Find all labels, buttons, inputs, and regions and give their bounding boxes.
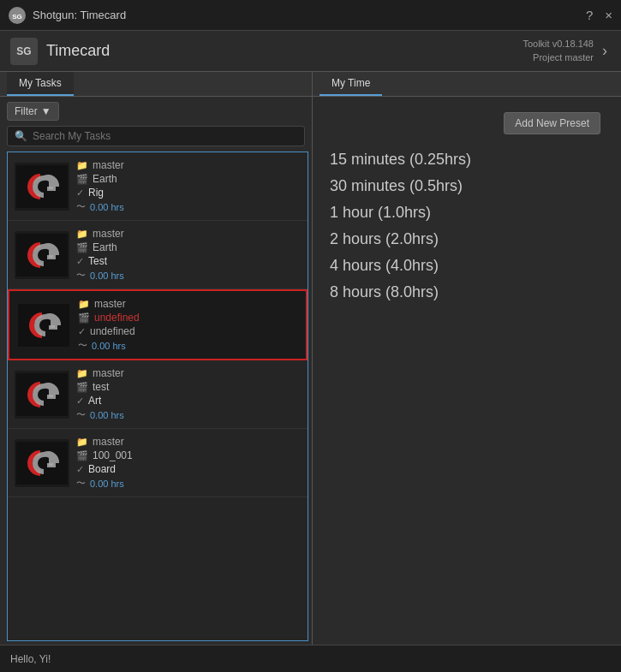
scene-icon: 🎬 xyxy=(76,450,88,461)
folder-icon: 📁 xyxy=(78,299,90,310)
task-details: 📁 master 🎬 undefined ✓ undefined 〜 0.00 … xyxy=(78,298,299,352)
task-name: Board xyxy=(88,463,116,475)
folder-icon: 📁 xyxy=(76,229,88,240)
svg-rect-2 xyxy=(16,165,68,208)
svg-rect-9 xyxy=(47,395,56,399)
app-header-right: Toolkit v0.18.148 Project master › xyxy=(522,38,611,64)
task-thumbnail xyxy=(15,231,69,279)
app-header: SG Timecard Toolkit v0.18.148 Project ma… xyxy=(0,31,621,72)
task-name: Art xyxy=(88,395,101,407)
time-preset-item[interactable]: 8 hours (8.0hrs) xyxy=(330,281,604,304)
task-name: Rig xyxy=(88,187,104,199)
task-thumbnail xyxy=(15,371,69,419)
task-scene: Earth xyxy=(93,173,117,185)
task-hours: 0.00 hrs xyxy=(90,410,124,420)
task-scene: undefined xyxy=(94,312,140,324)
task-name: undefined xyxy=(90,325,135,337)
app-icon: SG xyxy=(9,7,26,24)
task-item[interactable]: 📁 master 🎬 undefined ✓ undefined 〜 0.00 … xyxy=(8,289,308,360)
check-icon: ✓ xyxy=(76,395,84,407)
scene-icon: 🎬 xyxy=(76,174,88,185)
scene-icon: 🎬 xyxy=(76,382,88,393)
check-icon: ✓ xyxy=(76,464,84,475)
task-list[interactable]: 📁 master 🎬 Earth ✓ Rig 〜 0.00 hrs xyxy=(7,152,308,641)
task-item[interactable]: 📁 master 🎬 100_001 ✓ Board 〜 0.00 hrs xyxy=(8,429,308,497)
app-header-left: SG Timecard xyxy=(10,38,110,65)
task-details: 📁 master 🎬 Earth ✓ Test 〜 0.00 hrs xyxy=(76,228,301,282)
time-preset-item[interactable]: 15 minutes (0.25hrs) xyxy=(330,148,604,171)
left-tab-bar: My Tasks xyxy=(0,72,312,97)
svg-rect-7 xyxy=(49,325,57,330)
title-bar-controls: ? × xyxy=(586,9,612,21)
status-bar: Hello, Yi! xyxy=(0,645,621,672)
search-bar[interactable]: 🔍 xyxy=(7,126,305,146)
close-button[interactable]: × xyxy=(605,9,612,21)
hours-icon: 〜 xyxy=(76,269,86,282)
sg-logo: SG xyxy=(10,38,38,65)
task-details: 📁 master 🎬 test ✓ Art 〜 0.00 hrs xyxy=(76,367,301,421)
status-message: Hello, Yi! xyxy=(10,653,51,665)
svg-rect-10 xyxy=(16,442,68,485)
time-preset-item[interactable]: 4 hours (4.0hrs) xyxy=(330,254,604,277)
task-item[interactable]: 📁 master 🎬 Earth ✓ Test 〜 0.00 hrs xyxy=(8,221,308,289)
tab-my-tasks[interactable]: My Tasks xyxy=(7,72,74,96)
check-icon: ✓ xyxy=(76,187,84,199)
task-project: master xyxy=(93,436,124,448)
task-hours: 0.00 hrs xyxy=(92,341,126,351)
svg-rect-5 xyxy=(47,255,56,259)
task-scene: test xyxy=(93,381,109,393)
svg-rect-8 xyxy=(16,373,68,416)
hours-icon: 〜 xyxy=(76,408,86,421)
left-panel: My Tasks Filter ▼ 🔍 xyxy=(0,72,313,645)
dropdown-arrow-icon: ▼ xyxy=(41,105,51,117)
right-panel: My Time Add New Preset 15 minutes (0.25h… xyxy=(313,72,621,645)
task-hours: 0.00 hrs xyxy=(90,271,124,281)
svg-rect-6 xyxy=(18,304,69,347)
hours-icon: 〜 xyxy=(76,200,86,213)
task-name: Test xyxy=(88,255,107,267)
task-hours: 0.00 hrs xyxy=(90,202,124,212)
app-title: Timecard xyxy=(46,42,110,60)
task-project: master xyxy=(93,228,124,240)
time-presets: 15 minutes (0.25hrs)30 minutes (0.5hrs)1… xyxy=(313,134,621,318)
svg-rect-11 xyxy=(47,463,56,467)
window-title: Shotgun: Timecard xyxy=(33,9,126,21)
task-item[interactable]: 📁 master 🎬 Earth ✓ Rig 〜 0.00 hrs xyxy=(8,152,308,221)
filter-button[interactable]: Filter ▼ xyxy=(7,102,59,121)
task-project: master xyxy=(93,159,124,171)
time-preset-item[interactable]: 1 hour (1.0hrs) xyxy=(330,201,604,224)
scene-icon: 🎬 xyxy=(78,312,90,324)
time-preset-item[interactable]: 30 minutes (0.5hrs) xyxy=(330,175,604,198)
hours-icon: 〜 xyxy=(76,477,86,490)
folder-icon: 📁 xyxy=(76,368,88,379)
task-thumbnail xyxy=(16,301,71,349)
task-thumbnail xyxy=(15,439,69,487)
add-preset-button[interactable]: Add New Preset xyxy=(504,112,600,134)
task-scene: Earth xyxy=(93,241,117,253)
nav-arrow-button[interactable]: › xyxy=(599,39,611,63)
task-details: 📁 master 🎬 100_001 ✓ Board 〜 0.00 hrs xyxy=(76,436,301,490)
task-item[interactable]: 📁 master 🎬 test ✓ Art 〜 0.00 hrs xyxy=(8,360,308,429)
search-icon: 🔍 xyxy=(15,130,27,142)
toolkit-info: Toolkit v0.18.148 Project master xyxy=(522,38,594,64)
search-input[interactable] xyxy=(33,130,297,142)
check-icon: ✓ xyxy=(76,256,84,267)
task-project: master xyxy=(93,367,124,379)
svg-rect-4 xyxy=(16,234,68,277)
time-preset-item[interactable]: 2 hours (2.0hrs) xyxy=(330,228,604,251)
tab-my-time[interactable]: My Time xyxy=(319,72,382,96)
filter-bar: Filter ▼ xyxy=(0,97,312,126)
hours-icon: 〜 xyxy=(78,339,87,352)
svg-rect-3 xyxy=(47,187,56,191)
check-icon: ✓ xyxy=(78,326,86,337)
title-bar: SG Shotgun: Timecard ? × xyxy=(0,0,621,31)
title-bar-left: SG Shotgun: Timecard xyxy=(9,7,126,24)
right-tab-bar: My Time xyxy=(313,72,621,97)
task-thumbnail xyxy=(15,163,69,211)
task-scene: 100_001 xyxy=(93,449,133,461)
svg-text:SG: SG xyxy=(12,13,22,21)
folder-icon: 📁 xyxy=(76,437,88,448)
folder-icon: 📁 xyxy=(76,160,88,171)
help-button[interactable]: ? xyxy=(586,9,593,21)
task-hours: 0.00 hrs xyxy=(90,479,124,489)
